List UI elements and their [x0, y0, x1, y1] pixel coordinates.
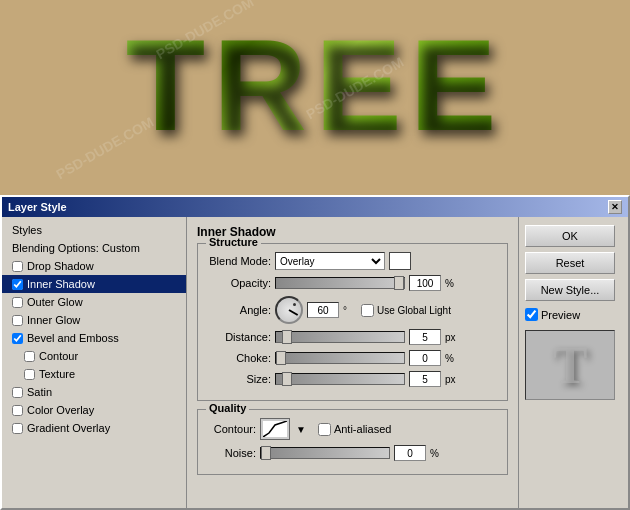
structure-title: Structure	[206, 236, 261, 248]
choke-row: Choke: %	[206, 350, 499, 366]
sidebar-item-texture[interactable]: Texture	[2, 365, 186, 383]
opacity-slider-container: %	[275, 275, 459, 291]
size-row: Size: px	[206, 371, 499, 387]
blend-mode-row: Blend Mode: Overlay Normal Multiply Scre…	[206, 252, 499, 270]
opacity-value-input[interactable]	[409, 275, 441, 291]
sidebar-item-bevel-emboss[interactable]: Bevel and Emboss	[2, 329, 186, 347]
angle-dial[interactable]	[275, 296, 303, 324]
preview-char: T	[553, 336, 588, 395]
choke-slider[interactable]	[275, 352, 405, 364]
distance-label: Distance:	[206, 331, 271, 343]
bevel-emboss-checkbox[interactable]	[12, 333, 23, 344]
reset-button[interactable]: Reset	[525, 252, 615, 274]
distance-slider[interactable]	[275, 331, 405, 343]
sidebar-label-styles: Styles	[12, 224, 42, 236]
canvas-area: TREE PSD-DUDE.COM PSD-DUDE.COM PSD-DUDE.…	[0, 0, 630, 195]
blend-color-swatch[interactable]	[389, 252, 411, 270]
anti-alias-checkbox[interactable]	[318, 423, 331, 436]
distance-unit: px	[445, 332, 459, 343]
color-overlay-checkbox[interactable]	[12, 405, 23, 416]
angle-control: ° Use Global Light	[275, 296, 451, 324]
opacity-row: Opacity: %	[206, 275, 499, 291]
sidebar-item-satin[interactable]: Satin	[2, 383, 186, 401]
preview-checkbox[interactable]	[525, 308, 538, 321]
size-value-input[interactable]	[409, 371, 441, 387]
sidebar-item-blending[interactable]: Blending Options: Custom	[2, 239, 186, 257]
choke-slider-container: %	[275, 350, 459, 366]
contour-swatch[interactable]	[260, 418, 290, 440]
preview-label-text: Preview	[541, 309, 580, 321]
blend-mode-label: Blend Mode:	[206, 255, 271, 267]
global-light-label: Use Global Light	[377, 305, 451, 316]
sidebar-label-gradient-overlay: Gradient Overlay	[27, 422, 110, 434]
texture-checkbox[interactable]	[24, 369, 35, 380]
sidebar-label-drop-shadow: Drop Shadow	[27, 260, 94, 272]
size-slider-container: px	[275, 371, 459, 387]
noise-row: Noise: %	[206, 445, 499, 461]
angle-label: Angle:	[206, 304, 271, 316]
sidebar-label-texture: Texture	[39, 368, 75, 380]
preview-box: T	[525, 330, 615, 400]
left-panel: Styles Blending Options: Custom Drop Sha…	[2, 217, 187, 508]
contour-preview	[263, 421, 287, 437]
blend-mode-select[interactable]: Overlay Normal Multiply Screen	[275, 252, 385, 270]
new-style-button[interactable]: New Style...	[525, 279, 615, 301]
drop-shadow-checkbox[interactable]	[12, 261, 23, 272]
sidebar-label-inner-shadow: Inner Shadow	[27, 278, 95, 290]
distance-slider-container: px	[275, 329, 459, 345]
contour-row: Contour: ▼ Anti-aliased	[206, 418, 499, 440]
outer-glow-checkbox[interactable]	[12, 297, 23, 308]
gradient-overlay-checkbox[interactable]	[12, 423, 23, 434]
sidebar-item-inner-glow[interactable]: Inner Glow	[2, 311, 186, 329]
sidebar-item-gradient-overlay[interactable]: Gradient Overlay	[2, 419, 186, 437]
contour-checkbox[interactable]	[24, 351, 35, 362]
angle-needle	[289, 309, 299, 316]
noise-slider[interactable]	[260, 447, 390, 459]
size-slider[interactable]	[275, 373, 405, 385]
ok-button[interactable]: OK	[525, 225, 615, 247]
sidebar-label-contour: Contour	[39, 350, 78, 362]
preview-label-row: Preview	[525, 308, 622, 321]
inner-glow-checkbox[interactable]	[12, 315, 23, 326]
choke-label: Choke:	[206, 352, 271, 364]
angle-unit: °	[343, 305, 357, 316]
choke-value-input[interactable]	[409, 350, 441, 366]
sidebar-item-color-overlay[interactable]: Color Overlay	[2, 401, 186, 419]
close-button[interactable]: ✕	[608, 200, 622, 214]
sidebar-label-outer-glow: Outer Glow	[27, 296, 83, 308]
tree-text: TREE	[126, 10, 505, 160]
anti-alias-control: Anti-aliased	[318, 423, 391, 436]
choke-unit: %	[445, 353, 459, 364]
dialog-body: Styles Blending Options: Custom Drop Sha…	[2, 217, 628, 508]
dialog-titlebar: Layer Style ✕	[2, 197, 628, 217]
size-label: Size:	[206, 373, 271, 385]
sidebar-item-contour[interactable]: Contour	[2, 347, 186, 365]
inner-shadow-checkbox[interactable]	[12, 279, 23, 290]
contour-dropdown-arrow[interactable]: ▼	[296, 424, 306, 435]
angle-row: Angle: ° Use Global Light	[206, 296, 499, 324]
sidebar-item-inner-shadow[interactable]: Inner Shadow	[2, 275, 186, 293]
opacity-slider[interactable]	[275, 277, 405, 289]
main-content: Inner Shadow Structure Blend Mode: Overl…	[187, 217, 518, 508]
noise-value-input[interactable]	[394, 445, 426, 461]
sidebar-label-bevel-emboss: Bevel and Emboss	[27, 332, 119, 344]
global-light-control: Use Global Light	[361, 304, 451, 317]
structure-group: Structure Blend Mode: Overlay Normal Mul…	[197, 243, 508, 401]
layer-style-dialog: Layer Style ✕ Styles Blending Options: C…	[0, 195, 630, 510]
sidebar-item-outer-glow[interactable]: Outer Glow	[2, 293, 186, 311]
sidebar-label-color-overlay: Color Overlay	[27, 404, 94, 416]
dialog-title: Layer Style	[8, 201, 67, 213]
opacity-unit: %	[445, 278, 459, 289]
angle-value-input[interactable]	[307, 302, 339, 318]
sidebar-item-drop-shadow[interactable]: Drop Shadow	[2, 257, 186, 275]
noise-unit: %	[430, 448, 444, 459]
distance-value-input[interactable]	[409, 329, 441, 345]
quality-group: Quality Contour: ▼ Anti-aliased	[197, 409, 508, 475]
sidebar-item-styles[interactable]: Styles	[2, 221, 186, 239]
sidebar-label-satin: Satin	[27, 386, 52, 398]
noise-slider-container: %	[260, 445, 444, 461]
opacity-label: Opacity:	[206, 277, 271, 289]
global-light-checkbox[interactable]	[361, 304, 374, 317]
satin-checkbox[interactable]	[12, 387, 23, 398]
angle-dot	[293, 303, 296, 306]
